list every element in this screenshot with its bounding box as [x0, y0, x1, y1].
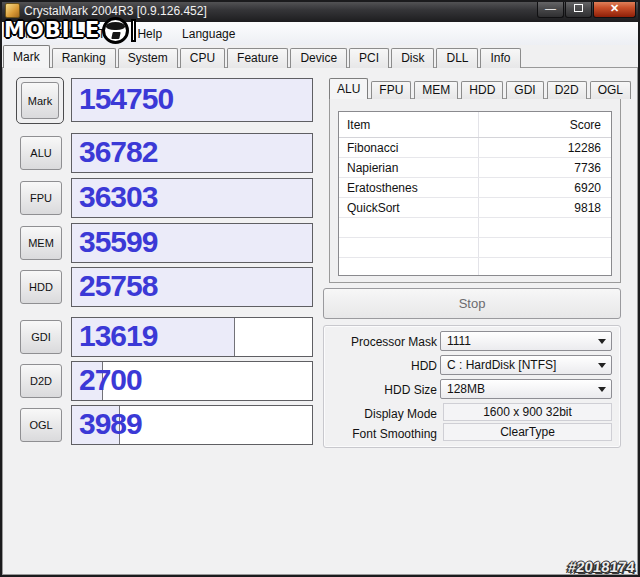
hdd-size-combobox[interactable]: 128MB	[440, 379, 612, 399]
detail-tab-hdd[interactable]: HDD	[461, 81, 503, 99]
run-d2d-button[interactable]: D2D	[20, 364, 62, 398]
run-ogl-button[interactable]: OGL	[20, 408, 62, 442]
hdd-value: C : HardDisk [NTFS]	[447, 358, 556, 372]
tab-device[interactable]: Device	[290, 48, 347, 68]
window-controls: — ✕	[537, 0, 636, 18]
detail-tab-alu[interactable]: ALU	[329, 78, 368, 99]
hdd-size-label: HDD Size	[330, 382, 437, 398]
run-alu-button[interactable]: ALU	[20, 136, 62, 170]
tab-dll[interactable]: DLL	[436, 48, 478, 68]
display-mode-label: Display Mode	[330, 406, 437, 422]
stop-button[interactable]: Stop	[323, 288, 621, 319]
table-empty-row	[339, 218, 611, 238]
font-smoothing-label: Font Smoothing	[330, 426, 437, 442]
row-score: 9818	[574, 198, 601, 218]
tab-feature[interactable]: Feature	[227, 48, 288, 68]
detail-tab-d2d[interactable]: D2D	[547, 81, 587, 99]
table-row: Napierian 7736	[339, 158, 611, 178]
mem-score-field: 35599	[71, 223, 313, 263]
row-score: 12286	[568, 138, 601, 158]
row-score: 6920	[574, 178, 601, 198]
row-score: 7736	[574, 158, 601, 178]
row-item: QuickSort	[339, 201, 400, 215]
maximize-button[interactable]	[565, 0, 592, 18]
chevron-down-icon	[598, 363, 606, 368]
detail-tab-fpu[interactable]: FPU	[371, 81, 411, 99]
post-id-watermark: #2018174	[567, 558, 636, 575]
tab-system[interactable]: System	[118, 48, 178, 68]
alu-score-field: 36782	[71, 133, 313, 173]
run-hdd-button[interactable]: HDD	[20, 270, 62, 304]
ogl-score-value: 3989	[79, 407, 142, 441]
maximize-icon	[574, 4, 583, 12]
mark-score-field: 154750	[71, 78, 313, 122]
table-row: Eratosthenes 6920	[339, 178, 611, 198]
row-item: Eratosthenes	[339, 181, 418, 195]
header-item: Item	[339, 118, 370, 132]
hdd-label: HDD	[330, 358, 437, 374]
hdd-size-value: 128MB	[447, 382, 485, 396]
display-mode-field: 1600 x 900 32bit	[443, 403, 612, 421]
tab-mark[interactable]: Mark	[3, 45, 50, 68]
alu-score-value: 36782	[79, 135, 157, 169]
run-mem-button[interactable]: MEM	[20, 226, 62, 260]
mobile01-circle-icon	[102, 17, 129, 44]
tab-cpu[interactable]: CPU	[180, 48, 225, 68]
chevron-down-icon	[598, 339, 606, 344]
table-empty-row	[339, 238, 611, 258]
font-smoothing-field: ClearType	[443, 423, 612, 441]
mem-score-value: 35599	[79, 225, 157, 259]
ogl-score-field: 3989	[71, 405, 313, 445]
detail-tab-mem[interactable]: MEM	[414, 81, 458, 99]
gdi-score-field: 13619	[71, 317, 313, 357]
table-empty-row	[339, 258, 611, 276]
d2d-score-field: 2700	[71, 361, 313, 401]
tab-pci[interactable]: PCI	[349, 48, 389, 68]
gdi-score-value: 13619	[79, 319, 157, 353]
fpu-score-value: 36303	[79, 180, 157, 214]
run-mark-button[interactable]: Mark	[21, 82, 59, 119]
hdd-score-field: 25758	[71, 267, 313, 307]
run-fpu-button[interactable]: FPU	[20, 181, 62, 215]
result-table: Item Score Fibonacci 12286 Napierian 773…	[338, 111, 612, 276]
mark-score-value: 154750	[79, 82, 173, 116]
chevron-down-icon	[598, 387, 606, 392]
hdd-combobox[interactable]: C : HardDisk [NTFS]	[440, 355, 612, 375]
tab-info[interactable]: Info	[480, 48, 520, 68]
detail-tab-strip: ALU FPU MEM HDD GDI D2D OGL	[329, 78, 631, 99]
processor-mask-value: 1111	[447, 334, 471, 348]
mobile01-bar-icon	[131, 19, 136, 42]
detail-tab-gdi[interactable]: GDI	[506, 81, 543, 99]
row-item: Napierian	[339, 161, 398, 175]
fpu-score-field: 36303	[71, 178, 313, 218]
crystalmark-window: CrystalMark 2004R3 [0.9.126.452] — ✕ Fil…	[0, 0, 640, 577]
table-row: Fibonacci 12286	[339, 138, 611, 158]
table-header-row: Item Score	[339, 112, 611, 138]
row-item: Fibonacci	[339, 141, 398, 155]
table-row: QuickSort 9818	[339, 198, 611, 218]
main-tab-strip: Mark Ranking System CPU Feature Device P…	[3, 45, 521, 68]
mobile01-watermark-logo: MOBILE	[4, 15, 136, 45]
processor-mask-label: Processor Mask	[330, 334, 437, 350]
processor-mask-combobox[interactable]: 1111	[440, 331, 612, 351]
hdd-score-value: 25758	[79, 269, 157, 303]
header-score: Score	[570, 112, 601, 138]
tab-ranking[interactable]: Ranking	[52, 48, 116, 68]
tab-disk[interactable]: Disk	[391, 48, 434, 68]
detail-tab-ogl[interactable]: OGL	[590, 81, 631, 99]
menu-language[interactable]: Language	[172, 27, 245, 41]
d2d-score-value: 2700	[79, 363, 142, 397]
run-gdi-button[interactable]: GDI	[20, 320, 62, 354]
close-button[interactable]: ✕	[593, 0, 636, 18]
minimize-button[interactable]: —	[537, 0, 564, 18]
mobile01-logo-text: MOBILE	[4, 18, 100, 42]
